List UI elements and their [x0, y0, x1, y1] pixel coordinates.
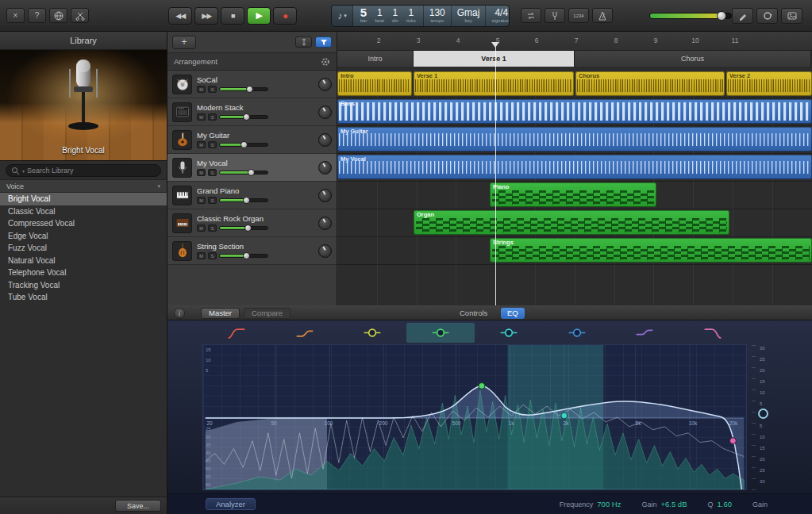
library-item[interactable]: Tube Vocal	[0, 291, 167, 304]
pan-knob[interactable]	[318, 105, 332, 119]
lcd-key[interactable]: Gmajkey	[452, 6, 487, 26]
pan-knob[interactable]	[318, 161, 332, 175]
inspector-button[interactable]: i	[174, 308, 185, 319]
master-volume-slider[interactable]	[649, 13, 732, 19]
region-bass[interactable]: Bass	[337, 99, 812, 124]
region-socal-chorus[interactable]: Chorus	[575, 71, 725, 96]
marker-chorus[interactable]: Chorus	[575, 51, 810, 67]
eq-band-bell2-button[interactable]	[406, 323, 475, 343]
tuner-button[interactable]	[545, 8, 565, 23]
lcd-mode-menu[interactable]: ♪ ▾	[332, 6, 353, 26]
track-row-string-section[interactable]: String Section M S	[167, 237, 337, 265]
eq-band-bell4-button[interactable]	[543, 323, 611, 343]
track-volume-slider[interactable]	[219, 254, 268, 258]
marker-verse-1[interactable]: Verse 1	[414, 51, 574, 67]
band-handle-teal[interactable]	[561, 412, 568, 419]
mute-button[interactable]: M	[197, 169, 206, 176]
region-socal-verse1[interactable]: Verse 1	[414, 71, 574, 96]
region-my-vocal[interactable]: My Vocal	[337, 155, 812, 179]
volume-knob[interactable]	[717, 11, 726, 21]
lcd-tempo[interactable]: 130tempo	[424, 6, 452, 26]
media-browser-button[interactable]	[781, 8, 802, 24]
track-row-modern-stack[interactable]: Modern Stack M S	[167, 98, 337, 126]
solo-button[interactable]: S	[208, 197, 217, 204]
timeline[interactable]: 2 3 4 5 6 7 8 9 10 11 Intro Verse 1 Chor…	[337, 32, 812, 305]
library-item[interactable]: Bright Vocal	[0, 193, 167, 205]
solo-button[interactable]: S	[208, 169, 217, 176]
analyzer-button[interactable]: Analyzer	[206, 498, 256, 510]
eq-band-bell3-button[interactable]	[475, 323, 543, 343]
mute-button[interactable]: M	[197, 113, 206, 121]
arrangement-row[interactable]: Arrangement	[167, 53, 337, 71]
mute-button[interactable]: M	[197, 252, 206, 259]
track-volume-slider[interactable]	[219, 226, 268, 230]
mute-button[interactable]: M	[197, 141, 206, 148]
track-row-socal[interactable]: SoCal M S	[167, 71, 337, 98]
region-piano[interactable]: Piano	[490, 182, 656, 207]
pan-knob[interactable]	[318, 78, 332, 91]
record-button[interactable]: ●	[273, 7, 297, 25]
library-item[interactable]: Compressed Vocal	[0, 217, 167, 230]
library-item[interactable]: Classic Vocal	[0, 205, 167, 218]
browser-button[interactable]	[49, 8, 67, 23]
mute-button[interactable]: M	[197, 224, 206, 232]
solo-button[interactable]: S	[208, 86, 217, 93]
lcd-display[interactable]: ♪ ▾ 5bar 1beat 1div 1ticks 130tempo Gmaj…	[331, 5, 510, 27]
solo-button[interactable]: S	[208, 252, 217, 259]
track-row-my-guitar[interactable]: My Guitar M S	[167, 126, 337, 154]
track-volume-slider[interactable]	[219, 198, 268, 202]
region-organ[interactable]: Organ	[414, 210, 729, 235]
stop-button[interactable]: ■	[221, 7, 244, 25]
library-category-header[interactable]: Voice ▾	[0, 180, 167, 193]
tools-button[interactable]	[71, 8, 89, 23]
region-socal-verse2[interactable]: Verse 2	[726, 71, 812, 96]
eq-band-lowpass-button[interactable]	[679, 323, 747, 343]
master-button[interactable]: Master	[201, 308, 240, 319]
mute-button[interactable]: M	[197, 86, 206, 93]
tab-eq[interactable]: EQ	[501, 308, 525, 319]
count-in-button[interactable]: 1234	[568, 8, 589, 23]
frequency-readout[interactable]: Frequency 700 Hz	[560, 500, 622, 508]
mute-button[interactable]: M	[197, 197, 206, 204]
eq-band-highpass-button[interactable]	[202, 323, 271, 343]
gain-readout[interactable]: Gain +6.5 dB	[641, 500, 687, 508]
pan-knob[interactable]	[318, 133, 332, 147]
library-item[interactable]: Telephone Vocal	[0, 267, 167, 279]
solo-button[interactable]: S	[208, 141, 217, 148]
library-item[interactable]: Edge Vocal	[0, 230, 167, 243]
tab-controls[interactable]: Controls	[453, 308, 494, 319]
track-row-my-vocal[interactable]: My Vocal M S	[167, 154, 337, 182]
marker-intro[interactable]: Intro	[337, 51, 413, 67]
rewind-button[interactable]: ◀◀	[168, 7, 192, 25]
save-button[interactable]: Save...	[115, 500, 161, 512]
notepad-button[interactable]	[732, 8, 753, 24]
q-readout[interactable]: Q 1.60	[707, 500, 732, 508]
solo-button[interactable]: S	[208, 224, 217, 232]
library-item[interactable]: Natural Vocal	[0, 255, 167, 267]
region-my-guitar[interactable]: My Guitar	[337, 127, 812, 152]
play-button[interactable]: ▶	[247, 7, 271, 25]
help-button[interactable]: ?	[28, 8, 46, 23]
add-track-button[interactable]: +	[172, 36, 196, 49]
track-zoom-button[interactable]	[295, 36, 312, 48]
track-row-classic-rock-organ[interactable]: Classic Rock Organ M S	[167, 209, 337, 237]
band-handle-green[interactable]	[479, 382, 485, 389]
output-gain-knob[interactable]	[758, 409, 768, 419]
library-item[interactable]: Tracking Vocal	[0, 279, 167, 292]
loop-browser-button[interactable]	[756, 8, 778, 24]
track-volume-slider[interactable]	[219, 115, 268, 119]
eq-graph[interactable]: 15 10 5 25 30 35 40 45 50 55 60 20 50 10…	[202, 344, 747, 490]
library-item[interactable]: Fuzz Vocal	[0, 242, 167, 255]
close-button[interactable]: ×	[6, 8, 25, 23]
track-volume-slider[interactable]	[219, 87, 268, 91]
metronome-button[interactable]	[592, 8, 613, 23]
region-strings[interactable]: Strings	[490, 238, 812, 263]
compare-button[interactable]: Compare	[244, 308, 291, 319]
pan-knob[interactable]	[318, 244, 332, 258]
forward-button[interactable]: ▶▶	[194, 7, 218, 25]
track-row-grand-piano[interactable]: Grand Piano M S	[167, 182, 337, 209]
catch-playhead-button[interactable]	[315, 36, 332, 48]
track-volume-slider[interactable]	[219, 143, 268, 147]
band-handle-magenta[interactable]	[729, 438, 736, 444]
pan-knob[interactable]	[318, 217, 332, 230]
